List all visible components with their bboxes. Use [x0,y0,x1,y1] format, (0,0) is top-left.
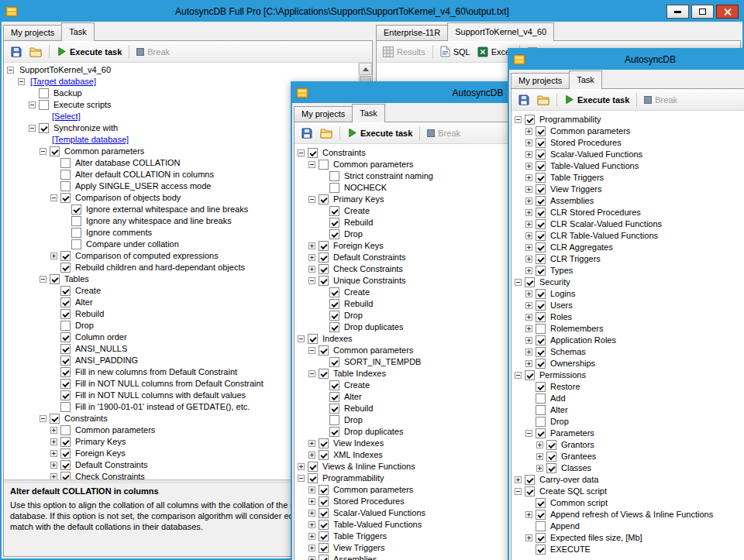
results-button[interactable]: Results [381,45,428,59]
tree-label[interactable]: Add [548,393,568,404]
expand-icon[interactable] [308,533,315,540]
expand-icon[interactable] [525,174,532,181]
expand-icon[interactable] [525,209,532,216]
checkbox[interactable] [60,448,71,459]
expand-icon[interactable] [308,440,315,447]
tree-label[interactable]: Default Constraints [73,459,150,471]
tree-row[interactable]: Roles [512,311,744,323]
tree-label[interactable]: Users [548,300,575,311]
tree-label[interactable]: View Indexes [331,438,386,449]
tree-label[interactable]: Primary Keys [331,194,386,205]
checkbox[interactable] [525,486,535,496]
tree-label[interactable]: Grantors [559,439,597,451]
save-button[interactable] [515,92,532,108]
tree-row[interactable]: CLR Triggers [512,253,744,265]
collapse-icon[interactable] [40,148,46,155]
tree-row[interactable]: Grantors [512,439,744,451]
tree-label[interactable]: Constraints [62,413,110,424]
tree-row[interactable]: Types [512,265,744,277]
tree-label[interactable]: Append [548,520,582,532]
checkbox[interactable] [536,347,546,357]
checkbox[interactable] [71,228,81,238]
tree-label[interactable]: Drop duplicates [342,321,405,333]
tree-label[interactable]: Drop [342,228,365,240]
collapse-icon[interactable] [515,372,522,379]
tree-label[interactable]: Rolemembers [548,323,605,335]
checkbox[interactable] [536,161,546,171]
expand-icon[interactable] [308,266,315,273]
tree-label[interactable]: Unique Constraints [331,275,408,287]
tree-label[interactable]: Logins [548,288,577,300]
tree-label[interactable]: Create [342,287,372,298]
checkbox[interactable] [329,183,339,193]
tree-label[interactable]: Fill in new columns from Default Constra… [73,366,239,378]
tree-label[interactable]: Assemblies [548,195,596,207]
tree-row[interactable]: Programmability [512,114,744,125]
checkbox[interactable] [319,194,329,204]
tree-label[interactable]: Comparison of computed expressions [73,250,221,262]
expand-icon[interactable] [525,511,532,518]
open-folder-button[interactable] [318,125,335,141]
checkbox[interactable] [319,496,329,507]
tree-label[interactable]: ANSI_NULLS [73,343,129,355]
maximize-button[interactable] [691,5,714,19]
tree-label[interactable]: Ignore any whitespace and line breaks [84,215,234,227]
tree-row[interactable]: Permissions [512,369,744,381]
break-button[interactable]: Break [642,94,680,106]
tree-label[interactable]: CLR Table-Valued Functions [548,230,660,242]
collapse-icon[interactable] [298,149,305,156]
tab-enterprise-11r[interactable]: Enterprise-11R [376,25,448,40]
expand-icon[interactable] [525,337,532,344]
expand-icon[interactable] [525,360,532,367]
expand-icon[interactable] [50,450,57,457]
checkbox[interactable] [536,208,546,218]
expand-icon[interactable] [525,244,532,251]
expand-icon[interactable] [525,221,532,228]
expand-icon[interactable] [536,453,543,460]
expand-icon[interactable] [308,521,315,528]
expand-icon[interactable] [50,473,57,479]
tree-row[interactable]: Rolemembers [512,323,744,335]
tree-label[interactable]: Schemas [548,346,588,358]
expand-icon[interactable] [308,510,315,517]
tree-label[interactable]: Grantees [559,451,598,462]
checkbox[interactable] [536,149,546,160]
checkbox[interactable] [329,218,339,228]
expand-icon[interactable] [525,267,532,274]
tree-row[interactable]: EXECUTE [512,544,744,555]
checkbox[interactable] [319,485,329,495]
tree-label[interactable]: Scalar-Valued Functions [331,507,428,519]
checkbox[interactable] [536,324,546,334]
expand-icon[interactable] [308,242,315,249]
collapse-icon[interactable] [515,488,522,495]
checkbox[interactable] [329,311,339,321]
tree-label[interactable]: SORT_IN_TEMPDB [342,356,423,368]
tree-label[interactable]: Table-Valued Functions [331,519,424,531]
checkbox[interactable] [319,241,329,251]
checkbox[interactable] [536,196,546,206]
checkbox[interactable] [536,231,546,241]
checkbox[interactable] [308,148,318,158]
tree-label[interactable]: Rebuild children and hard-dependant obje… [73,262,247,273]
execute-task-button[interactable]: Execute task [54,45,124,58]
expand-icon[interactable] [50,462,57,469]
minimize-button[interactable] [666,5,689,19]
checkbox[interactable] [60,460,71,470]
tree-label[interactable]: Common parameters [331,345,415,356]
checkbox[interactable] [60,158,71,168]
checkbox[interactable] [536,184,546,194]
tree-label[interactable]: View Triggers [548,184,604,195]
save-button[interactable] [8,44,25,60]
expand-icon[interactable] [525,314,532,321]
tree-label[interactable]: Comparison of objects body [73,192,183,204]
expand-icon[interactable] [525,186,532,193]
tree-label[interactable]: Ignore comments [84,227,154,239]
checkbox[interactable] [536,254,546,264]
close-button[interactable] [716,5,739,19]
tree-row[interactable]: Ownerships [512,358,744,369]
checkbox[interactable] [536,126,546,136]
checkbox[interactable] [60,437,71,447]
checkbox[interactable] [546,452,556,462]
checkbox[interactable] [536,301,546,311]
tree-label[interactable]: Tables [62,273,91,285]
